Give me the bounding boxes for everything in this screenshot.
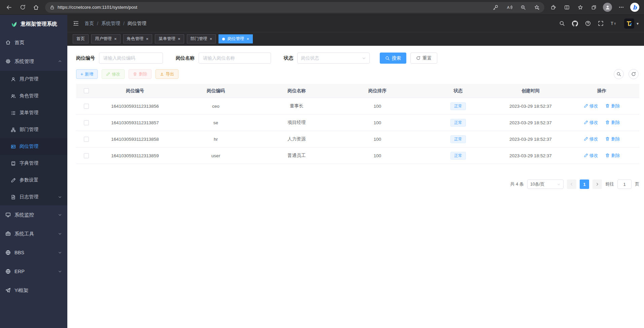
password-key-button[interactable] [490,3,501,12]
send-icon [5,288,11,293]
copilot-button[interactable]: b [630,3,639,12]
sidebar-item-home[interactable]: 首页 [0,33,67,52]
close-icon[interactable]: × [246,37,249,41]
breadcrumb-item[interactable]: 首页 [84,21,94,27]
fullscreen-button[interactable] [598,21,604,26]
sidebar-item-post-mgmt[interactable]: 岗位管理 [0,138,67,155]
row-checkbox[interactable] [84,153,89,158]
tab-menu-mgmt[interactable]: 菜单管理 × [155,34,184,43]
tab-post-mgmt[interactable]: 岗位管理 × [218,34,253,43]
refresh-table-button[interactable] [629,69,639,79]
page-number-button[interactable]: 1 [580,179,589,189]
trash-icon [605,137,610,141]
user-icon [11,77,16,82]
collections-button[interactable] [587,2,600,13]
browser-refresh-button[interactable] [16,2,29,13]
close-icon[interactable]: × [178,37,180,41]
sidebar-item-dept-mgmt[interactable]: 部门管理 [0,121,67,138]
sidebar-item-system-mgmt[interactable]: 系统管理 [0,52,67,71]
sidebar-item-erp[interactable]: ERP [0,262,67,281]
user-menu[interactable]: ▾ [624,19,639,29]
toggle-search-button[interactable] [614,69,624,79]
select-all-checkbox[interactable] [84,88,89,93]
help-button[interactable] [585,21,591,26]
sidebar-item-system-monitor[interactable]: 系统监控 [0,205,67,224]
sidebar-item-menu-mgmt[interactable]: 菜单管理 [0,104,67,121]
prev-page-button[interactable] [567,179,576,189]
row-delete-link[interactable]: 删除 [605,103,620,109]
browser-profile-button[interactable] [603,3,612,12]
tab-user-mgmt[interactable]: 用户管理 × [91,34,121,43]
sidebar-item-user-mgmt[interactable]: 用户管理 [0,71,67,88]
next-page-button[interactable] [592,179,602,189]
row-edit-link[interactable]: 修改 [584,103,598,109]
id-badge-icon [11,144,16,149]
sidebar-item-label: 系统工具 [14,231,54,237]
sidebar-item-param-settings[interactable]: 参数设置 [0,172,67,189]
sidebar-item-role-mgmt[interactable]: 角色管理 [0,88,67,104]
tab-dept-mgmt[interactable]: 部门管理 × [187,34,216,43]
close-icon[interactable]: × [114,37,117,41]
tab-role-mgmt[interactable]: 角色管理 × [123,34,152,43]
status-badge: 正常 [450,135,466,143]
zoom-button[interactable] [518,3,529,12]
row-edit-link[interactable]: 修改 [584,136,598,142]
read-aloud-button[interactable]: A [504,3,515,12]
url-text[interactable]: https://ccnetcore.com:1101/system/post [58,5,487,10]
close-icon[interactable]: × [146,37,149,41]
sidebar-toggle-button[interactable] [73,20,79,27]
edit-button[interactable]: 修改 [102,69,125,79]
reset-button-label: 重置 [422,55,432,61]
sidebar-item-log-mgmt[interactable]: 日志管理 [0,189,67,205]
export-button-label: 导出 [166,71,174,77]
header-search-button[interactable] [559,21,565,26]
read-aloud-icon: A [507,4,512,10]
tab-home[interactable]: 首页 [73,34,89,43]
tab-label: 用户管理 [95,36,112,42]
extensions-button[interactable] [547,2,560,13]
address-bar[interactable]: https://ccnetcore.com:1101/system/post A [45,2,544,13]
app-title: 意框架管理系统 [21,21,57,28]
row-checkbox[interactable] [84,120,89,125]
search-button[interactable]: 搜索 [380,53,406,64]
delete-button[interactable]: 删除 [129,69,151,79]
cell-post-code: ceo [174,104,258,109]
sidebar-item-label: 参数设置 [20,177,62,183]
sidebar-item-system-tools[interactable]: 系统工具 [0,224,67,243]
status-select[interactable]: 岗位状态 [297,53,370,64]
browser-home-button[interactable] [30,2,42,13]
row-delete-link[interactable]: 删除 [605,153,620,159]
reset-button[interactable]: 重置 [410,53,437,64]
github-button[interactable] [572,21,578,27]
goto-page-input[interactable] [617,179,632,189]
sidebar-item-yi-framework[interactable]: Yi框架 [0,281,67,300]
breadcrumb-separator: / [97,21,98,26]
favorites-button[interactable] [574,2,587,13]
row-delete-link[interactable]: 删除 [605,136,620,142]
leaf-logo-icon [10,20,18,28]
edit-button-label: 修改 [112,71,120,77]
close-icon[interactable]: × [210,37,212,41]
row-edit-link[interactable]: 修改 [584,120,598,126]
add-button[interactable]: + 新增 [76,69,98,79]
sidebar-item-bbs[interactable]: BBS [0,243,67,262]
add-favorite-button[interactable] [532,3,542,12]
row-checkbox[interactable] [84,104,89,109]
cell-post-sort: 100 [335,137,419,142]
row-delete-link[interactable]: 删除 [605,120,620,126]
column-header-post-name: 岗位名称 [258,88,335,94]
post-code-input[interactable] [99,53,163,64]
cell-created: 2023-03-29 18:52:37 [497,104,564,109]
font-size-button[interactable]: TT [611,21,617,26]
row-edit-link[interactable]: 修改 [584,153,598,159]
browser-settings-button[interactable] [615,2,628,13]
row-checkbox[interactable] [84,137,89,142]
sidebar-item-dict-mgmt[interactable]: 字典管理 [0,155,67,172]
browser-back-button[interactable] [3,2,15,13]
export-button[interactable]: 导出 [156,69,178,79]
post-name-input[interactable] [199,53,271,64]
split-screen-button[interactable] [561,2,573,13]
tab-label: 岗位管理 [227,36,244,42]
breadcrumb-item[interactable]: 系统管理 [101,21,120,27]
page-size-select[interactable]: 10条/页 [527,179,564,189]
